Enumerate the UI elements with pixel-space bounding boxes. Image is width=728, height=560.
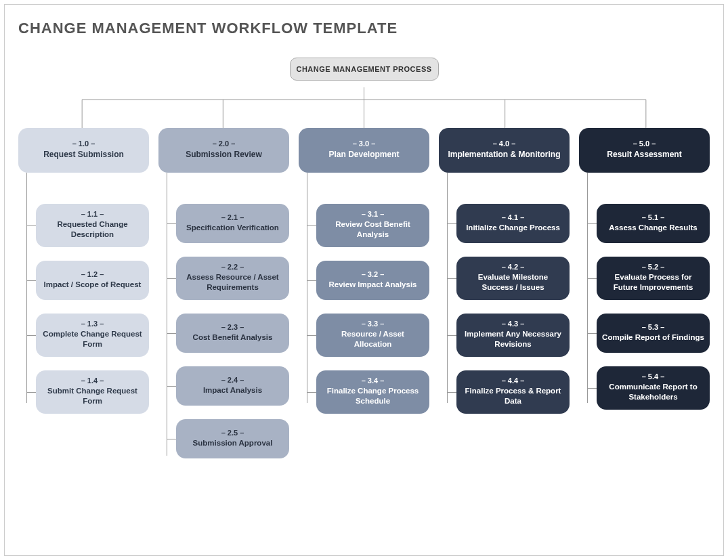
phase-col-4: – 4.0 – Implementation & Monitoring – 4.… xyxy=(439,128,570,458)
sub-label: Resource / Asset Allocation xyxy=(322,329,424,350)
sub-box: – 1.4 –Submit Change Request Form xyxy=(36,370,149,414)
phase-col-3: – 3.0 – Plan Development – 3.1 –Review C… xyxy=(299,128,429,458)
sub-number: – 5.1 – xyxy=(602,213,704,223)
sub-box: – 1.3 –Complete Change Request Form xyxy=(36,314,149,357)
phase-box: – 4.0 – Implementation & Monitoring xyxy=(439,128,570,173)
phase-number: – 4.0 – xyxy=(444,139,564,149)
phase-label: Result Assessment xyxy=(584,149,704,160)
phase-label: Submission Review xyxy=(164,149,284,160)
sub-box: – 3.2 –Review Impact Analysis xyxy=(316,261,429,300)
sub-box: – 4.3 –Implement Any Necessary Revisions xyxy=(456,314,570,357)
sub-box: – 3.4 –Finalize Change Process Schedule xyxy=(316,370,429,414)
sub-box: – 4.4 –Finalize Process & Report Data xyxy=(456,370,570,414)
phase-box: – 1.0 – Request Submission xyxy=(18,128,149,173)
sub-label: Cost Benefit Analysis xyxy=(181,332,284,343)
sub-box: – 2.5 –Submission Approval xyxy=(176,419,289,458)
phase-col-1: – 1.0 – Request Submission – 1.1 –Reques… xyxy=(18,128,149,458)
sub-label: Review Cost Benefit Analysis xyxy=(322,219,424,240)
sub-number: – 2.3 – xyxy=(181,322,284,332)
root-process-box: CHANGE MANAGEMENT PROCESS xyxy=(290,58,439,81)
sub-number: – 1.1 – xyxy=(41,209,144,219)
sub-box: – 3.3 –Resource / Asset Allocation xyxy=(316,314,429,357)
phase-number: – 1.0 – xyxy=(24,139,144,149)
phase-label: Request Submission xyxy=(24,149,144,160)
sub-label: Review Impact Analysis xyxy=(322,280,424,290)
sub-label: Impact Analysis xyxy=(181,385,284,396)
phase-label: Plan Development xyxy=(304,149,424,160)
sub-box: – 1.2 –Impact / Scope of Request xyxy=(36,261,149,300)
diagram-frame: CHANGE MANAGEMENT WORKFLOW TEMPLATE CHAN… xyxy=(4,4,724,556)
page-title: CHANGE MANAGEMENT WORKFLOW TEMPLATE xyxy=(18,20,710,37)
sub-list: – 4.1 –Initialize Change Process – 4.2 –… xyxy=(439,204,570,414)
sub-number: – 4.4 – xyxy=(462,376,564,386)
sub-number: – 2.2 – xyxy=(181,262,284,272)
phase-col-5: – 5.0 – Result Assessment – 5.1 –Assess … xyxy=(579,128,710,458)
sub-number: – 3.3 – xyxy=(322,319,424,329)
sub-label: Complete Change Request Form xyxy=(41,329,144,350)
sub-number: – 2.5 – xyxy=(181,428,284,438)
sub-label: Assess Change Results xyxy=(602,223,704,234)
sub-box: – 2.4 –Impact Analysis xyxy=(176,366,289,406)
sub-label: Submit Change Request Form xyxy=(41,386,144,407)
sub-number: – 3.4 – xyxy=(322,376,424,386)
sub-number: – 1.4 – xyxy=(41,376,144,386)
sub-box: – 3.1 –Review Cost Benefit Analysis xyxy=(316,204,429,247)
sub-box: – 5.4 –Communicate Report to Stakeholder… xyxy=(597,366,710,410)
sub-label: Finalize Process & Report Data xyxy=(462,386,564,407)
sub-label: Evaluate Process for Future Improvements xyxy=(602,272,704,293)
sub-label: Finalize Change Process Schedule xyxy=(322,386,424,407)
sub-number: – 3.2 – xyxy=(322,270,424,280)
sub-number: – 5.4 – xyxy=(602,372,704,382)
sub-box: – 5.3 –Compile Report of Findings xyxy=(597,314,710,353)
sub-list: – 3.1 –Review Cost Benefit Analysis – 3.… xyxy=(299,204,429,414)
sub-label: Evaluate Milestone Success / Issues xyxy=(462,272,564,293)
top-connectors xyxy=(18,87,710,128)
sub-box: – 2.3 –Cost Benefit Analysis xyxy=(176,314,289,353)
sub-box: – 1.1 –Requested Change Description xyxy=(36,204,149,247)
sub-box: – 2.1 –Specification Verification xyxy=(176,204,289,243)
sub-label: Compile Report of Findings xyxy=(602,332,704,343)
sub-label: Requested Change Description xyxy=(41,219,144,240)
phase-number: – 2.0 – xyxy=(164,139,284,149)
sub-label: Communicate Report to Stakeholders xyxy=(602,382,704,403)
sub-number: – 4.1 – xyxy=(462,213,564,223)
sub-number: – 4.2 – xyxy=(462,262,564,272)
sub-box: – 5.1 –Assess Change Results xyxy=(597,204,710,243)
sub-box: – 2.2 –Assess Resource / Asset Requireme… xyxy=(176,257,289,300)
phase-label: Implementation & Monitoring xyxy=(444,149,564,160)
sub-number: – 2.1 – xyxy=(181,213,284,223)
sub-list: – 1.1 –Requested Change Description – 1.… xyxy=(18,204,149,414)
sub-box: – 4.1 –Initialize Change Process xyxy=(456,204,570,243)
sub-number: – 5.2 – xyxy=(602,262,704,272)
phase-number: – 5.0 – xyxy=(584,139,704,149)
sub-number: – 5.3 – xyxy=(602,322,704,332)
sub-number: – 4.3 – xyxy=(462,319,564,329)
sub-list: – 2.1 –Specification Verification – 2.2 … xyxy=(158,204,289,458)
sub-label: Implement Any Necessary Revisions xyxy=(462,329,564,350)
sub-number: – 2.4 – xyxy=(181,375,284,385)
sub-label: Initialize Change Process xyxy=(462,223,564,234)
phase-number: – 3.0 – xyxy=(304,139,424,149)
phase-box: – 5.0 – Result Assessment xyxy=(579,128,710,173)
sub-list: – 5.1 –Assess Change Results – 5.2 –Eval… xyxy=(579,204,710,410)
sub-number: – 1.3 – xyxy=(41,319,144,329)
sub-label: Specification Verification xyxy=(181,223,284,234)
phase-col-2: – 2.0 – Submission Review – 2.1 –Specifi… xyxy=(158,128,289,458)
sub-label: Impact / Scope of Request xyxy=(41,280,144,290)
sub-label: Assess Resource / Asset Requirements xyxy=(181,272,284,293)
phase-columns: – 1.0 – Request Submission – 1.1 –Reques… xyxy=(18,128,710,458)
sub-box: – 5.2 –Evaluate Process for Future Impro… xyxy=(597,257,710,300)
sub-number: – 1.2 – xyxy=(41,270,144,280)
phase-box: – 3.0 – Plan Development xyxy=(299,128,429,173)
sub-box: – 4.2 –Evaluate Milestone Success / Issu… xyxy=(456,257,570,300)
phase-box: – 2.0 – Submission Review xyxy=(158,128,289,173)
workflow-tree: CHANGE MANAGEMENT PROCESS – 1.0 – Reques… xyxy=(18,58,710,458)
sub-label: Submission Approval xyxy=(181,438,284,449)
sub-number: – 3.1 – xyxy=(322,209,424,219)
